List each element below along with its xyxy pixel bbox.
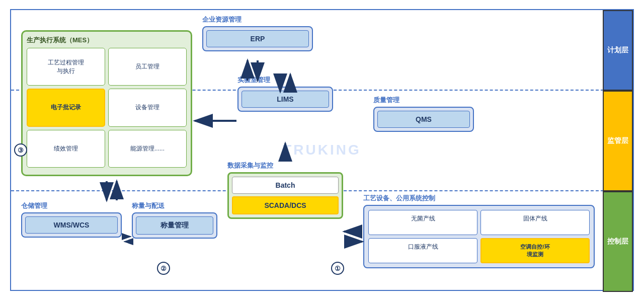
badge-3: ③ (14, 143, 27, 157)
wms-label: 仓储管理 (21, 201, 122, 210)
datacol-label: 数据采集与监控 (227, 161, 343, 170)
qms-system: QMS (377, 111, 470, 128)
batch-system: Batch (232, 177, 339, 194)
proc-area: 工艺设备、公用系统控制 无菌产线 固体产线 口服液产线 空调自控/环境监测 (363, 194, 595, 268)
mes-cell-2: 员工管理 (108, 48, 187, 86)
datacol-inner: Batch SCADA/DCS (232, 177, 339, 214)
lims-area: 实验室管理 LIMS (237, 76, 333, 112)
erp-area-label: 企业资源管理 (202, 15, 313, 24)
badge-1: ① (331, 262, 344, 275)
mes-cell-3: 电子批记录 (27, 89, 105, 126)
proc-cell-4: 空调自控/环境监测 (480, 238, 590, 263)
proc-cell-2: 固体产线 (480, 210, 590, 235)
lims-box: LIMS (237, 87, 333, 112)
layer-jihua: 计划层 (603, 10, 633, 91)
mes-label: 生产执行系统（MES） (27, 36, 187, 45)
wms-box: WMS/WCS (21, 212, 122, 238)
qms-area: 质量管理 QMS (373, 96, 474, 132)
layer-jianguan: 监管层 (603, 91, 633, 191)
badge-2: ② (157, 262, 170, 275)
proc-box: 无菌产线 固体产线 口服液产线 空调自控/环境监测 (363, 205, 595, 268)
proc-grid: 无菌产线 固体产线 口服液产线 空调自控/环境监测 (368, 210, 590, 263)
mes-grid: 工艺过程管理与执行 员工管理 电子批记录 设备管理 绩效管理 能源管理.....… (27, 48, 187, 168)
proc-cell-1: 无菌产线 (368, 210, 477, 235)
weigh-area: 称量与配送 称量管理 (132, 201, 217, 239)
qms-box: QMS (373, 107, 474, 132)
erp-area: 企业资源管理 ERP (202, 15, 313, 51)
wms-system: WMS/WCS (25, 216, 118, 234)
scada-system: SCADA/DCS (232, 196, 339, 214)
watermark: TRUKING (283, 142, 361, 158)
weigh-label: 称量与配送 (132, 201, 217, 210)
mes-cell-5: 绩效管理 (27, 130, 105, 168)
erp-system: ERP (206, 30, 309, 47)
mes-area: 生产执行系统（MES） 工艺过程管理与执行 员工管理 电子批记录 设备管理 绩效… (21, 30, 192, 176)
weigh-system: 称量管理 (136, 216, 213, 235)
proc-label: 工艺设备、公用系统控制 (363, 194, 595, 203)
datacol-box: Batch SCADA/DCS (227, 172, 343, 219)
main-diagram: TRUKING 计划层 监管层 控制层 企业资源管理 ERP 生产执行系统（ME… (10, 9, 634, 291)
mes-box: 生产执行系统（MES） 工艺过程管理与执行 员工管理 电子批记录 设备管理 绩效… (21, 30, 192, 176)
lims-label: 实验室管理 (237, 76, 333, 85)
proc-cell-3: 口服液产线 (368, 238, 477, 263)
qms-label: 质量管理 (373, 96, 474, 105)
layer-kongzhi: 控制层 (603, 191, 633, 292)
wms-area: 仓储管理 WMS/WCS (21, 201, 122, 238)
datacol-area: 数据采集与监控 Batch SCADA/DCS (227, 161, 343, 219)
weigh-box: 称量管理 (132, 212, 217, 239)
lims-system: LIMS (242, 91, 329, 108)
mes-cell-6: 能源管理...... (108, 130, 187, 168)
erp-box: ERP (202, 26, 313, 51)
mes-cell-4: 设备管理 (108, 89, 187, 126)
mes-cell-1: 工艺过程管理与执行 (27, 48, 105, 86)
